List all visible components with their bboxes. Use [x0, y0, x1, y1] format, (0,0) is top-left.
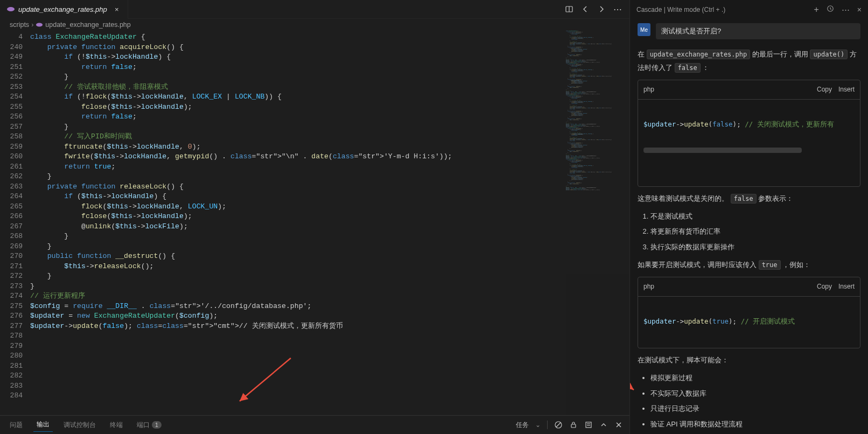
inline-code-value: true [759, 260, 781, 270]
more-icon[interactable]: ⋯ [613, 5, 622, 13]
code-block: php Copy Insert $updater->update(true); … [638, 277, 860, 348]
code-block-content[interactable]: $updater->update(false); // 关闭测试模式，更新所有 [638, 100, 860, 186]
cascade-header: Cascade | Write mode (Ctrl + .) + ⋯ × [630, 0, 868, 19]
arrow-right-icon[interactable] [597, 5, 606, 13]
expand-panel-icon[interactable] [599, 421, 608, 429]
copy-button[interactable]: Copy [817, 83, 832, 96]
horizontal-scrollbar[interactable] [643, 148, 802, 153]
user-message: 测试模式是否开启? [656, 23, 860, 39]
inline-code-value: false [731, 194, 757, 204]
breadcrumb[interactable]: scripts › update_exchange_rates.php [0, 19, 629, 31]
php-file-icon [36, 21, 43, 29]
panel-tab-problems[interactable]: 问题 [6, 418, 26, 432]
panel-tab-terminal[interactable]: 终端 [107, 418, 126, 432]
list-item: 将更新所有货币的汇率 [650, 225, 860, 239]
breadcrumb-folder[interactable]: scripts [10, 21, 29, 29]
more-icon[interactable]: ⋯ [842, 5, 850, 15]
minimap[interactable]: class ExchangeRateUpdater { private func… [566, 31, 629, 415]
panel-tab-ports[interactable]: 端口1 [134, 418, 165, 432]
svg-rect-7 [571, 424, 576, 428]
unordered-list: 模拟更新过程 不实际写入数据库 只进行日志记录 验证 API 调用和数据处理流程 [638, 372, 860, 431]
breadcrumb-file[interactable]: update_exchange_rates.php [45, 21, 130, 29]
inline-code-file: update_exchange_rates.php [647, 50, 751, 59]
svg-line-6 [556, 423, 561, 427]
list-item: 验证 API 调用和数据处理流程 [650, 418, 860, 431]
copy-button[interactable]: Copy [817, 281, 832, 293]
arrow-left-icon[interactable] [581, 5, 590, 13]
insert-button[interactable]: Insert [838, 281, 855, 293]
output-channel-selector[interactable]: 任务 [516, 421, 529, 430]
chevron-down-icon[interactable]: ⌄ [535, 421, 541, 429]
tab-close-button[interactable]: × [113, 5, 121, 13]
code-lang-label: php [643, 281, 654, 293]
split-layout-icon[interactable] [565, 5, 573, 13]
insert-button[interactable]: Insert [838, 83, 855, 96]
cascade-body: Me 测试模式是否开启? 在 update_exchange_rates.php… [630, 19, 868, 434]
bottom-panel: 问题 输出 调试控制台 终端 端口1 任务 ⌄ [0, 415, 629, 434]
tab-bar: update_exchange_rates.php × ⋯ [0, 0, 629, 19]
panel-tab-output[interactable]: 输出 [33, 418, 53, 432]
code-content[interactable]: class ExchangeRateUpdater { private func… [30, 31, 566, 415]
cascade-title: Cascade | Write mode (Ctrl + .) [636, 6, 725, 13]
close-cascade-button[interactable]: × [857, 5, 862, 14]
code-block-content[interactable]: $updater->update(true); // 开启测试模式 [638, 297, 860, 348]
clear-output-icon[interactable] [554, 421, 563, 429]
list-item: 不实际写入数据库 [650, 387, 860, 401]
svg-point-3 [36, 23, 43, 27]
ordered-list: 不是测试模式 将更新所有货币的汇率 执行实际的数据库更新操作 [638, 210, 860, 254]
history-icon[interactable] [827, 5, 834, 14]
lock-scroll-icon[interactable] [569, 421, 578, 429]
svg-rect-8 [586, 422, 591, 428]
list-item: 只进行日志记录 [650, 402, 860, 416]
user-avatar: Me [638, 23, 650, 36]
list-item: 不是测试模式 [650, 210, 860, 223]
tab-filename: update_exchange_rates.php [18, 5, 107, 13]
list-item: 模拟更新过程 [650, 372, 860, 385]
code-editor[interactable]: 4240249251252253254255256257258259260261… [0, 31, 629, 415]
svg-point-0 [7, 7, 15, 11]
ports-badge: 1 [152, 421, 162, 429]
inline-code-value: false [675, 63, 701, 73]
new-chat-button[interactable]: + [814, 5, 818, 15]
line-number-gutter: 4240249251252253254255256257258259260261… [0, 31, 30, 415]
code-lang-label: php [643, 83, 654, 96]
editor-actions: ⋯ [565, 5, 629, 13]
inline-code-method: update() [810, 50, 848, 59]
file-tab[interactable]: update_exchange_rates.php × [0, 0, 128, 19]
svg-line-15 [630, 369, 634, 390]
panel-tab-debug[interactable]: 调试控制台 [60, 418, 99, 432]
list-item: 执行实际的数据库更新操作 [650, 241, 860, 254]
code-block: php Copy Insert $updater->update(false);… [638, 80, 860, 187]
chevron-right-icon: › [31, 21, 33, 29]
open-log-icon[interactable] [584, 421, 593, 429]
close-panel-icon[interactable] [614, 421, 623, 429]
assistant-reply: 在 update_exchange_rates.php 的最后一行，调用 upd… [638, 48, 860, 434]
php-file-icon [6, 5, 15, 13]
